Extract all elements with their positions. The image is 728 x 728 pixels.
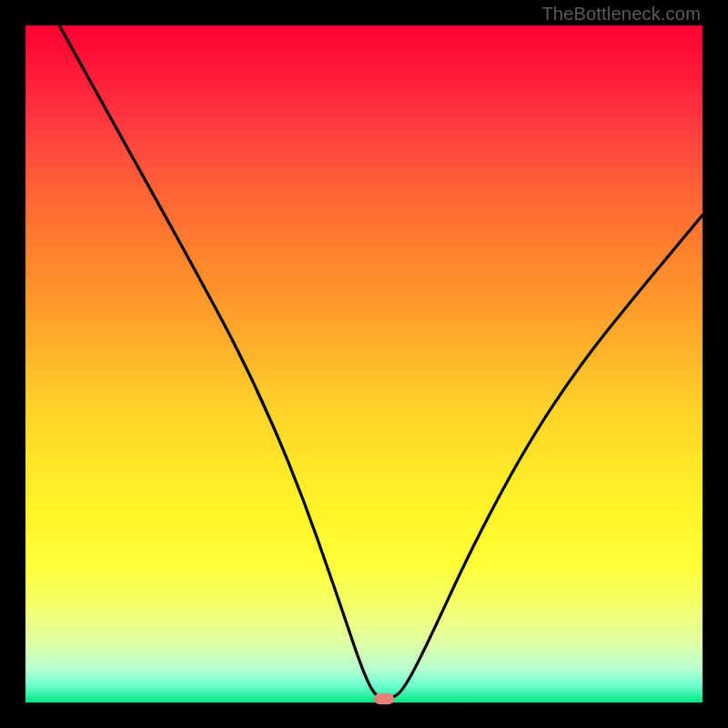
bottleneck-curve	[25, 25, 703, 703]
chart-frame: TheBottleneck.com	[0, 0, 728, 728]
watermark-text: TheBottleneck.com	[541, 4, 701, 25]
optimum-marker	[374, 693, 394, 704]
plot-area	[25, 25, 703, 703]
